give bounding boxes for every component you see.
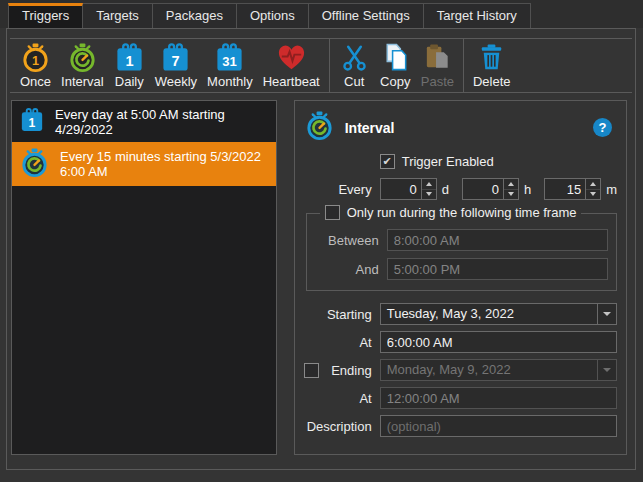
timeframe-label: Only run during the following time frame: [347, 205, 577, 220]
end-at-label: At: [304, 391, 372, 406]
down-arrow-icon: [426, 192, 432, 196]
timeframe-groupbox: ✔ Only run during the following time fra…: [306, 213, 617, 291]
paste-label: Paste: [421, 74, 454, 90]
minutes-input[interactable]: [545, 179, 585, 199]
calendar-monthly-icon: 31: [214, 42, 245, 73]
scissors-icon: [339, 42, 370, 73]
trash-icon: [476, 42, 507, 73]
heartbeat-icon: [276, 42, 307, 73]
up-arrow-icon: [508, 182, 514, 186]
toolbar-separator: [329, 39, 330, 92]
tab-targets[interactable]: Targets: [82, 3, 153, 28]
stopwatch-interval-icon: [67, 42, 98, 73]
description-label: Description: [304, 419, 372, 434]
interval-button[interactable]: Interval: [56, 42, 109, 90]
daily-label: Daily: [115, 74, 144, 90]
monthly-label: Monthly: [207, 74, 253, 90]
delete-label: Delete: [473, 74, 511, 90]
interval-stopwatch-icon: [304, 110, 335, 145]
every-row: Every d: [304, 178, 617, 200]
tab-triggers[interactable]: Triggers: [8, 3, 83, 28]
starting-label: Starting: [304, 307, 372, 322]
calendar-weekly-icon: 7: [160, 42, 191, 73]
interval-label: Interval: [61, 74, 104, 90]
days-down-button[interactable]: [422, 189, 436, 200]
copy-icon: [380, 42, 411, 73]
start-at-row: At: [304, 331, 617, 353]
hours-down-button[interactable]: [504, 189, 518, 200]
tab-options[interactable]: Options: [236, 3, 309, 28]
hours-up-button[interactable]: [504, 179, 518, 189]
copy-button[interactable]: Copy: [375, 42, 416, 90]
tab-bar: Triggers Targets Packages Options Offlin…: [0, 0, 643, 28]
down-arrow-icon: [590, 192, 596, 196]
days-unit-label: d: [442, 182, 449, 197]
daily-calendar-icon: 1: [19, 107, 45, 136]
paste-button: Paste: [416, 42, 459, 90]
up-arrow-icon: [590, 182, 596, 186]
cut-button[interactable]: Cut: [334, 42, 375, 90]
once-badge: 1: [32, 54, 39, 68]
monthly-button[interactable]: 31 Monthly: [202, 42, 258, 90]
tab-target-history[interactable]: Target History: [423, 3, 531, 28]
interval-stopwatch-icon: [19, 147, 50, 181]
and-row: And: [315, 258, 608, 280]
days-input[interactable]: [381, 179, 421, 199]
trigger-toolbar: 1 Once Interval: [10, 38, 632, 93]
between-label: Between: [315, 233, 379, 248]
tab-packages[interactable]: Packages: [152, 3, 237, 28]
between-row: Between: [315, 229, 608, 251]
once-button[interactable]: 1 Once: [15, 42, 56, 90]
ending-label-group: ✔ Ending: [304, 363, 372, 378]
hours-input[interactable]: [463, 179, 503, 199]
description-row: Description: [304, 415, 617, 437]
ending-checkbox[interactable]: ✔: [304, 363, 319, 378]
hours-unit-label: h: [524, 182, 531, 197]
trigger-enabled-checkbox[interactable]: ✔: [380, 154, 395, 169]
weekly-label: Weekly: [155, 74, 197, 90]
tab-offline-settings[interactable]: Offline Settings: [308, 3, 424, 28]
weekly-button[interactable]: 7 Weekly: [150, 42, 202, 90]
timeframe-checkbox[interactable]: ✔: [325, 205, 340, 220]
heartbeat-label: Heartbeat: [263, 74, 320, 90]
and-input: [387, 258, 608, 280]
toolbar-separator: [463, 39, 464, 92]
starting-dropdown-button[interactable]: [597, 304, 616, 324]
daily-item-badge: 1: [29, 116, 36, 130]
calendar-daily-icon: 1: [114, 42, 145, 73]
days-up-button[interactable]: [422, 179, 436, 189]
minutes-spinner: m: [544, 178, 617, 200]
cut-label: Cut: [344, 74, 364, 90]
ending-row: ✔ Ending Monday, May 9, 2022: [304, 359, 617, 381]
every-label: Every: [304, 182, 372, 197]
description-input[interactable]: [380, 415, 617, 437]
hours-spinner: h: [462, 178, 544, 200]
minutes-down-button[interactable]: [586, 189, 600, 200]
starting-date-combobox[interactable]: Tuesday, May 3, 2022: [380, 303, 617, 325]
starting-row: Starting Tuesday, May 3, 2022: [304, 303, 617, 325]
panel-header: Interval ?: [304, 110, 617, 145]
panel-title: Interval: [345, 120, 395, 136]
ending-date-value: Monday, May 9, 2022: [381, 360, 597, 380]
help-icon[interactable]: ?: [593, 118, 612, 137]
end-at-row: At: [304, 387, 617, 409]
daily-badge: 1: [125, 53, 133, 69]
weekly-badge: 7: [172, 53, 180, 69]
end-time-input: [380, 387, 617, 409]
list-item-interval-trigger[interactable]: Every 15 minutes starting 5/3/2022 6:00 …: [12, 142, 276, 186]
triggers-tab-page: 1 Once Interval: [6, 28, 636, 470]
app-window: Triggers Targets Packages Options Offlin…: [0, 0, 643, 482]
stopwatch-once-icon: 1: [20, 42, 51, 73]
list-item-daily-trigger[interactable]: 1 Every day at 5:00 AM starting 4/29/202…: [12, 101, 276, 142]
minutes-unit-label: m: [606, 182, 617, 197]
once-label: Once: [20, 74, 51, 90]
start-time-input[interactable]: [380, 331, 617, 353]
start-at-label: At: [304, 335, 372, 350]
ending-dropdown-button: [597, 360, 616, 380]
minutes-up-button[interactable]: [586, 179, 600, 189]
timeframe-title: ✔ Only run during the following time fra…: [320, 205, 582, 220]
heartbeat-button[interactable]: Heartbeat: [258, 42, 325, 90]
delete-button[interactable]: Delete: [468, 42, 516, 90]
list-item-label: Every day at 5:00 AM starting 4/29/2022: [55, 107, 276, 137]
daily-button[interactable]: 1 Daily: [109, 42, 150, 90]
